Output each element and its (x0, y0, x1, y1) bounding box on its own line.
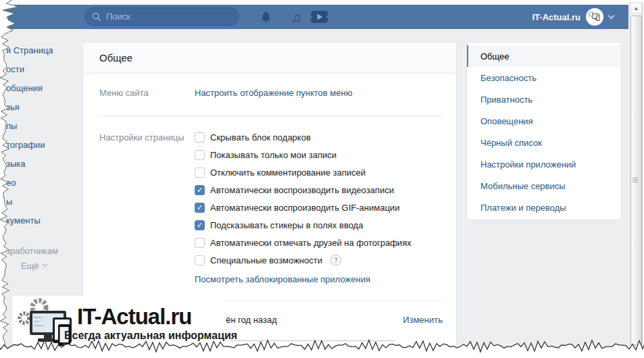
sidebar-item-documents[interactable]: кументы (6, 211, 82, 230)
it-actual-watermark: IT-Actual.ru Всегда актуальная информаци… (12, 296, 226, 349)
checkbox-row-auto-tag-friends[interactable]: ✓ Автоматически отмечать друзей на фотог… (195, 234, 412, 251)
page-settings-checkboxes: ✓ Скрывать блок подарков ✓ Показывать то… (195, 128, 412, 269)
chevron-down-icon (608, 12, 615, 19)
site-menu-row: Меню сайта Настроить отображение пунктов… (99, 79, 443, 106)
divider (99, 116, 443, 116)
settings-tab-apps[interactable]: Настройки приложений (467, 153, 621, 175)
checkbox-label: Показывать только мои записи (210, 150, 337, 160)
view-blocked-apps-link[interactable]: Посмотреть заблокированные приложения (195, 274, 370, 284)
settings-tab-general[interactable]: Общее (467, 45, 621, 67)
avatar-devices-image (588, 11, 601, 23)
scrollbar-up-arrow[interactable]: ▲ (630, 3, 642, 14)
sidebar-item-video[interactable]: ео (6, 173, 82, 192)
settings-tab-payments[interactable]: Платежи и переводы (467, 197, 621, 218)
checkbox[interactable]: ✓ (195, 255, 205, 265)
checkbox-label: Отключить комментирование записей (210, 168, 366, 178)
blocked-apps-row: Посмотреть заблокированные приложения (195, 270, 370, 288)
checkbox-label: Автоматически воспроизводить видеозаписи (210, 185, 394, 195)
check-icon: ✓ (197, 204, 203, 211)
sidebar-item-my-page[interactable]: я Страница (6, 41, 82, 59)
checkbox-row-autoplay-gif[interactable]: ✓ Автоматически воспроизводить GIF-анима… (195, 199, 412, 216)
change-password-link[interactable]: Изменить (403, 315, 443, 325)
avatar (586, 8, 603, 26)
watermark-tagline: Всегда актуальная информация (64, 330, 237, 342)
checkbox[interactable]: ✓ (195, 150, 205, 160)
chevron-down-icon (43, 262, 47, 267)
notifications-bell-icon[interactable] (255, 5, 276, 29)
checkbox-label: Подсказывать стикеры в полях ввода (210, 220, 363, 230)
checkbox-row-sticker-hints[interactable]: ✓ Подсказывать стикеры в полях ввода (195, 216, 412, 234)
checkbox-label: Автоматически воспроизводить GIF-анимаци… (210, 203, 399, 213)
user-menu[interactable]: IT-Actual.ru (532, 5, 614, 29)
settings-tab-notifications[interactable]: Оповещения (467, 110, 621, 132)
sidebar-item-groups[interactable]: пы (6, 116, 82, 135)
search-input[interactable] (106, 11, 232, 22)
vertical-scrollbar[interactable]: ▲ (629, 2, 643, 358)
settings-nav-card: Общее Безопасность Приватность Оповещени… (466, 42, 622, 220)
settings-tab-blacklist[interactable]: Чёрный список (467, 132, 621, 153)
checkbox-label: Скрывать блок подарков (210, 132, 311, 143)
music-note-icon[interactable]: ♫ (287, 5, 305, 29)
settings-tab-security[interactable]: Безопасность (467, 67, 621, 88)
sidebar-item-more[interactable]: Ещё (6, 258, 82, 273)
check-icon: ✓ (197, 222, 203, 229)
search-icon (92, 12, 101, 22)
check-icon: ✓ (197, 186, 203, 194)
checkbox-row-only-my-posts[interactable]: ✓ Показывать только мои записи (195, 146, 412, 163)
sidebar-more-label: Ещё (21, 261, 39, 271)
top-navigation-bar: ♫ IT-Actual.ru (0, 5, 628, 29)
search-box[interactable] (84, 7, 239, 26)
help-question-icon[interactable]: ? (330, 255, 341, 265)
video-play-icon[interactable] (308, 5, 330, 29)
sidebar-item-friends[interactable]: зья (6, 97, 82, 116)
watermark-underline (230, 340, 395, 341)
vk-settings-page: ♫ IT-Actual.ru (0, 0, 644, 358)
sidebar-item-developers[interactable]: зработчикам (6, 243, 82, 258)
card-header: Общее (83, 43, 456, 74)
checkbox-row-autoplay-video[interactable]: ✓ Автоматически воспроизводить видеозапи… (195, 181, 412, 199)
page-title: Общее (99, 52, 132, 63)
left-sidebar: я Страница ости общения зья пы тографии … (6, 41, 82, 273)
site-menu-label: Меню сайта (99, 88, 195, 98)
page-settings-label: Настройки страницы (99, 128, 184, 146)
checkbox-row-accessibility[interactable]: ✓ Специальные возможности ? (195, 251, 412, 269)
checkbox[interactable]: ✓ (195, 220, 205, 230)
sidebar-item-photos[interactable]: тографии (6, 135, 82, 154)
checkbox-row-disable-comments[interactable]: ✓ Отключить комментирование записей (195, 163, 412, 181)
scrollbar-grip (633, 178, 638, 184)
checkbox-label: Автоматически отмечать друзей на фотогра… (210, 238, 412, 248)
checkbox[interactable]: ✓ (195, 203, 205, 213)
configure-menu-link[interactable]: Настроить отображение пунктов меню (195, 88, 352, 98)
sidebar-item-games[interactable]: ы (6, 192, 82, 211)
settings-tab-privacy[interactable]: Приватность (467, 88, 621, 110)
sidebar-item-music[interactable]: зыка (6, 154, 82, 173)
user-name: IT-Actual.ru (532, 12, 580, 22)
checkbox[interactable]: ✓ (195, 132, 205, 143)
watermark-title: IT-Actual.ru (77, 304, 192, 330)
checkbox[interactable]: ✓ (195, 185, 205, 195)
sidebar-item-messages[interactable]: общения (6, 78, 82, 97)
checkbox-row-hide-gifts[interactable]: ✓ Скрывать блок подарков (195, 128, 412, 146)
settings-tab-mobile-services[interactable]: Мобильные сервисы (467, 175, 621, 197)
checkbox[interactable]: ✓ (195, 168, 205, 178)
checkbox-label: Специальные возможности (210, 255, 322, 265)
checkbox[interactable]: ✓ (195, 238, 205, 248)
sidebar-item-news[interactable]: ости (6, 59, 82, 78)
